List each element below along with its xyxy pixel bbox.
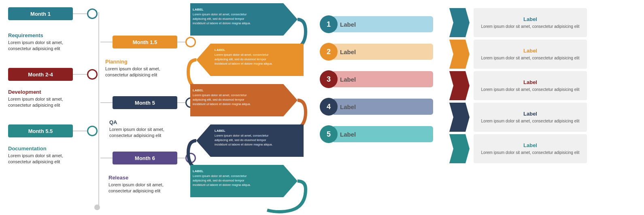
development-label: Development bbox=[8, 89, 63, 95]
qa-block: QA Lorem ipsum dolor sit amet,consectetu… bbox=[109, 119, 164, 139]
month-1-connector bbox=[73, 13, 87, 14]
num-bar-5: Label bbox=[334, 126, 433, 142]
month-5-5-badge: Month 5.5 bbox=[8, 124, 73, 137]
num-circle-1: 1 bbox=[320, 15, 338, 33]
svg-text:incididunt ut labore et dolore: incididunt ut labore et dolore magna ali… bbox=[215, 143, 272, 146]
svg-text:LABEL: LABEL bbox=[193, 8, 204, 11]
svg-text:adipiscing elit, sed do eiusmo: adipiscing elit, sed do eiusmod tempor bbox=[193, 179, 244, 182]
month-6-conn-left bbox=[100, 158, 113, 158]
chevron-2-svg bbox=[449, 40, 470, 69]
label-card-4-text: Lorem ipsum dolor sit amet, consectetur … bbox=[478, 118, 582, 124]
svg-marker-24 bbox=[449, 134, 470, 163]
svg-marker-21 bbox=[449, 40, 470, 69]
num-circle-3: 3 bbox=[320, 70, 338, 88]
svg-marker-22 bbox=[449, 71, 470, 100]
month-6-badge: Month 6 bbox=[113, 152, 177, 164]
svg-text:LABEL: LABEL bbox=[193, 169, 204, 173]
month-5-5-block: Month 5.5 bbox=[8, 124, 87, 137]
snake-section: LABEL Lorem ipsum dolor sit amet, consec… bbox=[186, 0, 312, 215]
month-1-5-block: Month 1.5 bbox=[100, 36, 196, 48]
label-card-3: Label Lorem ipsum dolor sit amet, consec… bbox=[474, 71, 587, 100]
chevron-3-svg bbox=[449, 71, 470, 100]
svg-text:incididunt ut labore et dolore: incididunt ut labore et dolore magna ali… bbox=[215, 62, 272, 65]
num-bar-4: Label bbox=[334, 99, 433, 115]
svg-text:LABEL: LABEL bbox=[215, 129, 225, 133]
svg-marker-20 bbox=[449, 8, 470, 37]
label-card-1-text: Lorem ipsum dolor sit amet, consectetur … bbox=[478, 24, 582, 30]
month-6-block: Month 6 bbox=[100, 152, 196, 164]
documentation-desc: Lorem ipsum dolor sit amet,consectetur a… bbox=[8, 153, 63, 165]
month-5-conn-left bbox=[100, 102, 113, 103]
planning-desc: Lorem ipsum dolor sit amet,consectetur a… bbox=[105, 66, 160, 78]
month-2-4-circle bbox=[87, 69, 98, 80]
month-5-5-connector bbox=[73, 131, 87, 131]
timeline-line bbox=[98, 12, 99, 207]
svg-text:LABEL: LABEL bbox=[193, 89, 204, 92]
label-card-2-title: Label bbox=[478, 48, 582, 54]
label-card-1: Label Lorem ipsum dolor sit amet, consec… bbox=[474, 8, 587, 37]
svg-text:incididunt ut labore et dolore: incididunt ut labore et dolore magna ali… bbox=[193, 183, 251, 187]
timeline-section: Month 1 Requirements Lorem ipsum dolor s… bbox=[0, 0, 182, 215]
label-card-3-title: Label bbox=[478, 79, 582, 85]
month-6-conn-right bbox=[177, 158, 185, 158]
qa-label: QA bbox=[109, 119, 164, 125]
num-circle-4: 4 bbox=[320, 98, 338, 116]
month-5-badge: Month 5 bbox=[113, 96, 177, 109]
month-1-5-badge: Month 1.5 bbox=[113, 36, 177, 48]
label-card-1-title: Label bbox=[478, 16, 582, 22]
svg-text:Lorem ipsum dolor sit amet, co: Lorem ipsum dolor sit amet, consectetur bbox=[193, 174, 247, 178]
documentation-block: Documentation Lorem ipsum dolor sit amet… bbox=[8, 145, 63, 165]
svg-marker-23 bbox=[449, 103, 470, 132]
month-5-conn-right bbox=[177, 102, 185, 103]
num-item-4: 4 Label bbox=[320, 95, 433, 119]
qa-desc: Lorem ipsum dolor sit amet,consectetur a… bbox=[109, 126, 164, 139]
label-card-2: Label Lorem ipsum dolor sit amet, consec… bbox=[474, 40, 587, 69]
label-card-5-title: Label bbox=[478, 142, 582, 148]
requirements-label: Requirements bbox=[8, 32, 63, 38]
num-circle-2: 2 bbox=[320, 43, 338, 61]
release-block: Release Lorem ipsum dolor sit amet,conse… bbox=[108, 175, 164, 194]
svg-text:adipiscing elit, sed do eiusmo: adipiscing elit, sed do eiusmod tempor bbox=[215, 57, 266, 61]
release-desc: Lorem ipsum dolor sit amet,consectetur a… bbox=[108, 182, 164, 194]
svg-text:incididunt ut labore et dolore: incididunt ut labore et dolore magna ali… bbox=[193, 21, 251, 25]
development-block: Development Lorem ipsum dolor sit amet,c… bbox=[8, 89, 63, 109]
chevron-4-svg bbox=[449, 103, 470, 132]
num-bar-3: Label bbox=[334, 71, 433, 87]
svg-text:incididunt ut labore et dolore: incididunt ut labore et dolore magna ali… bbox=[193, 102, 251, 106]
svg-text:Lorem ipsum dolor sit amet, co: Lorem ipsum dolor sit amet, consectetur bbox=[193, 13, 247, 16]
requirements-desc: Lorem ipsum dolor sit amet,consectetur a… bbox=[8, 40, 63, 52]
num-item-5: 5 Label bbox=[320, 122, 433, 146]
num-bar-1: Label bbox=[334, 16, 433, 32]
month-2-4-badge: Month 2-4 bbox=[8, 68, 73, 81]
label-card-3-text: Lorem ipsum dolor sit amet, consectetur … bbox=[478, 87, 582, 93]
label-card-4: Label Lorem ipsum dolor sit amet, consec… bbox=[474, 103, 587, 132]
documentation-label: Documentation bbox=[8, 145, 63, 152]
num-item-2: 2 Label bbox=[320, 40, 433, 64]
chevron-column bbox=[449, 4, 470, 211]
release-label: Release bbox=[108, 175, 164, 181]
chevron-5-svg bbox=[449, 134, 470, 163]
month-1-block: Month 1 bbox=[8, 7, 87, 20]
num-item-3: 3 Label bbox=[320, 67, 433, 91]
label-cards: Label Lorem ipsum dolor sit amet, consec… bbox=[474, 4, 587, 211]
snake-svg: LABEL Lorem ipsum dolor sit amet, consec… bbox=[186, 0, 308, 215]
label-card-2-text: Lorem ipsum dolor sit amet, consectetur … bbox=[478, 55, 582, 61]
label-card-4-title: Label bbox=[478, 111, 582, 117]
label-card-5: Label Lorem ipsum dolor sit amet, consec… bbox=[474, 134, 587, 163]
chevron-section: Label Lorem ipsum dolor sit amet, consec… bbox=[441, 0, 595, 215]
svg-text:adipiscing elit, sed do eiusmo: adipiscing elit, sed do eiusmod tempor bbox=[193, 17, 244, 21]
month-5-5-circle bbox=[87, 126, 98, 136]
development-desc: Lorem ipsum dolor sit amet,consectetur a… bbox=[8, 96, 63, 109]
svg-text:Lorem ipsum dolor sit amet, co: Lorem ipsum dolor sit amet, consectetur bbox=[193, 93, 247, 97]
num-item-1: 1 Label bbox=[320, 12, 433, 36]
label-card-5-text: Lorem ipsum dolor sit amet, consectetur … bbox=[478, 150, 582, 156]
month-1-5-conn-right bbox=[177, 42, 185, 42]
requirements-block: Requirements Lorem ipsum dolor sit amet,… bbox=[8, 32, 63, 52]
month-1-circle bbox=[87, 8, 98, 19]
timeline-end-dot bbox=[94, 204, 100, 210]
num-bar-2: Label bbox=[334, 44, 433, 60]
chevron-1-svg bbox=[449, 8, 470, 37]
svg-text:adipiscing elit, sed do eiusmo: adipiscing elit, sed do eiusmod tempor bbox=[193, 98, 244, 101]
num-circle-5: 5 bbox=[320, 125, 338, 143]
svg-text:adipiscing elit, sed do eiusmo: adipiscing elit, sed do eiusmod tempor bbox=[215, 138, 266, 142]
